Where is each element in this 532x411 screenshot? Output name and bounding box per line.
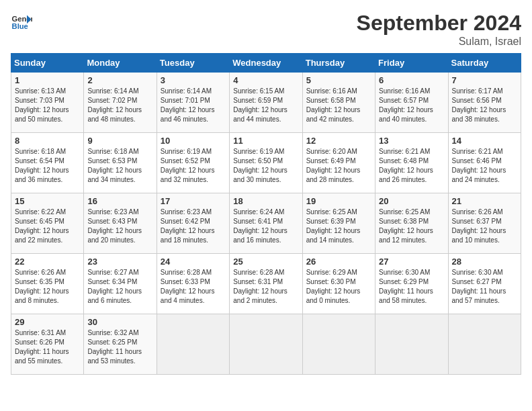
day-info: Sunrise: 6:21 AM Sunset: 6:48 PM Dayligh…	[379, 147, 444, 185]
calendar-cell: 27Sunrise: 6:30 AM Sunset: 6:29 PM Dayli…	[375, 254, 448, 314]
day-header-friday: Friday	[375, 54, 448, 73]
day-info: Sunrise: 6:29 AM Sunset: 6:30 PM Dayligh…	[306, 268, 371, 306]
day-header-saturday: Saturday	[448, 54, 521, 73]
day-header-tuesday: Tuesday	[157, 54, 229, 73]
title-area: September 2024 Sulam, Israel	[357, 11, 521, 48]
calendar-cell: 15Sunrise: 6:22 AM Sunset: 6:45 PM Dayli…	[11, 193, 84, 254]
day-info: Sunrise: 6:16 AM Sunset: 6:57 PM Dayligh…	[379, 87, 444, 124]
day-number: 23	[87, 257, 152, 267]
calendar-cell: 10Sunrise: 6:19 AM Sunset: 6:52 PM Dayli…	[157, 133, 229, 193]
day-info: Sunrise: 6:28 AM Sunset: 6:31 PM Dayligh…	[233, 268, 298, 306]
day-info: Sunrise: 6:31 AM Sunset: 6:26 PM Dayligh…	[15, 328, 80, 366]
calendar-cell: 18Sunrise: 6:24 AM Sunset: 6:41 PM Dayli…	[230, 193, 302, 254]
month-title: September 2024	[357, 11, 521, 36]
day-info: Sunrise: 6:30 AM Sunset: 6:29 PM Dayligh…	[379, 268, 444, 306]
calendar-week-2: 8Sunrise: 6:18 AM Sunset: 6:54 PM Daylig…	[11, 133, 521, 193]
day-info: Sunrise: 6:14 AM Sunset: 7:02 PM Dayligh…	[87, 87, 152, 124]
day-info: Sunrise: 6:16 AM Sunset: 6:58 PM Dayligh…	[306, 87, 371, 124]
day-info: Sunrise: 6:22 AM Sunset: 6:45 PM Dayligh…	[15, 208, 80, 245]
day-info: Sunrise: 6:25 AM Sunset: 6:38 PM Dayligh…	[379, 208, 444, 245]
day-info: Sunrise: 6:25 AM Sunset: 6:39 PM Dayligh…	[306, 208, 371, 245]
day-info: Sunrise: 6:19 AM Sunset: 6:52 PM Dayligh…	[161, 147, 226, 185]
calendar-cell	[448, 314, 521, 375]
location-title: Sulam, Israel	[357, 36, 521, 48]
day-info: Sunrise: 6:28 AM Sunset: 6:33 PM Dayligh…	[161, 268, 226, 306]
day-info: Sunrise: 6:27 AM Sunset: 6:34 PM Dayligh…	[87, 268, 152, 306]
calendar-cell: 1Sunrise: 6:13 AM Sunset: 7:03 PM Daylig…	[11, 73, 84, 133]
day-info: Sunrise: 6:14 AM Sunset: 7:01 PM Dayligh…	[161, 87, 226, 124]
day-number: 15	[15, 196, 80, 206]
day-info: Sunrise: 6:30 AM Sunset: 6:27 PM Dayligh…	[452, 268, 517, 306]
day-number: 10	[161, 136, 226, 146]
calendar-cell: 6Sunrise: 6:16 AM Sunset: 6:57 PM Daylig…	[375, 73, 448, 133]
calendar-cell: 7Sunrise: 6:17 AM Sunset: 6:56 PM Daylig…	[448, 73, 521, 133]
calendar-cell: 23Sunrise: 6:27 AM Sunset: 6:34 PM Dayli…	[84, 254, 157, 314]
day-number: 16	[87, 196, 152, 206]
day-number: 5	[306, 75, 371, 85]
day-info: Sunrise: 6:17 AM Sunset: 6:56 PM Dayligh…	[452, 87, 517, 124]
day-number: 30	[87, 317, 152, 327]
day-number: 8	[15, 136, 80, 146]
day-info: Sunrise: 6:13 AM Sunset: 7:03 PM Dayligh…	[15, 87, 80, 124]
calendar-table: SundayMondayTuesdayWednesdayThursdayFrid…	[11, 53, 521, 375]
day-number: 27	[379, 257, 444, 267]
header: General Blue September 2024 Sulam, Israe…	[11, 11, 521, 48]
calendar-week-4: 22Sunrise: 6:26 AM Sunset: 6:35 PM Dayli…	[11, 254, 521, 314]
calendar-cell: 28Sunrise: 6:30 AM Sunset: 6:27 PM Dayli…	[448, 254, 521, 314]
day-number: 3	[161, 75, 226, 85]
calendar-cell: 26Sunrise: 6:29 AM Sunset: 6:30 PM Dayli…	[302, 254, 375, 314]
calendar-cell: 25Sunrise: 6:28 AM Sunset: 6:31 PM Dayli…	[230, 254, 302, 314]
calendar-cell: 9Sunrise: 6:18 AM Sunset: 6:53 PM Daylig…	[84, 133, 157, 193]
calendar-cell: 5Sunrise: 6:16 AM Sunset: 6:58 PM Daylig…	[302, 73, 375, 133]
day-number: 20	[379, 196, 444, 206]
day-number: 26	[306, 257, 371, 267]
day-header-thursday: Thursday	[302, 54, 375, 73]
calendar-cell: 19Sunrise: 6:25 AM Sunset: 6:39 PM Dayli…	[302, 193, 375, 254]
calendar-cell: 11Sunrise: 6:19 AM Sunset: 6:50 PM Dayli…	[230, 133, 302, 193]
logo: General Blue	[11, 11, 32, 32]
day-number: 9	[87, 136, 152, 146]
day-header-wednesday: Wednesday	[230, 54, 302, 73]
day-number: 7	[452, 75, 517, 85]
day-number: 4	[233, 75, 298, 85]
calendar-cell	[302, 314, 375, 375]
day-info: Sunrise: 6:23 AM Sunset: 6:43 PM Dayligh…	[87, 208, 152, 245]
day-info: Sunrise: 6:19 AM Sunset: 6:50 PM Dayligh…	[233, 147, 298, 185]
calendar-cell: 12Sunrise: 6:20 AM Sunset: 6:49 PM Dayli…	[302, 133, 375, 193]
day-number: 25	[233, 257, 298, 267]
day-header-sunday: Sunday	[11, 54, 84, 73]
day-number: 24	[161, 257, 226, 267]
calendar-cell: 8Sunrise: 6:18 AM Sunset: 6:54 PM Daylig…	[11, 133, 84, 193]
day-number: 21	[452, 196, 517, 206]
day-number: 22	[15, 257, 80, 267]
day-info: Sunrise: 6:21 AM Sunset: 6:46 PM Dayligh…	[452, 147, 517, 185]
day-number: 12	[306, 136, 371, 146]
day-info: Sunrise: 6:26 AM Sunset: 6:37 PM Dayligh…	[452, 208, 517, 245]
calendar-cell	[230, 314, 302, 375]
day-number: 19	[306, 196, 371, 206]
day-number: 13	[379, 136, 444, 146]
calendar-cell: 4Sunrise: 6:15 AM Sunset: 6:59 PM Daylig…	[230, 73, 302, 133]
svg-text:Blue: Blue	[12, 22, 28, 30]
day-number: 17	[161, 196, 226, 206]
calendar-cell	[157, 314, 229, 375]
day-info: Sunrise: 6:18 AM Sunset: 6:53 PM Dayligh…	[87, 147, 152, 185]
day-number: 18	[233, 196, 298, 206]
calendar-cell: 14Sunrise: 6:21 AM Sunset: 6:46 PM Dayli…	[448, 133, 521, 193]
calendar-week-3: 15Sunrise: 6:22 AM Sunset: 6:45 PM Dayli…	[11, 193, 521, 254]
calendar-cell: 2Sunrise: 6:14 AM Sunset: 7:02 PM Daylig…	[84, 73, 157, 133]
calendar-cell	[375, 314, 448, 375]
day-info: Sunrise: 6:20 AM Sunset: 6:49 PM Dayligh…	[306, 147, 371, 185]
day-number: 28	[452, 257, 517, 267]
day-info: Sunrise: 6:15 AM Sunset: 6:59 PM Dayligh…	[233, 87, 298, 124]
calendar-week-1: 1Sunrise: 6:13 AM Sunset: 7:03 PM Daylig…	[11, 73, 521, 133]
calendar-cell: 16Sunrise: 6:23 AM Sunset: 6:43 PM Dayli…	[84, 193, 157, 254]
calendar-cell: 3Sunrise: 6:14 AM Sunset: 7:01 PM Daylig…	[157, 73, 229, 133]
day-info: Sunrise: 6:24 AM Sunset: 6:41 PM Dayligh…	[233, 208, 298, 245]
calendar-cell: 24Sunrise: 6:28 AM Sunset: 6:33 PM Dayli…	[157, 254, 229, 314]
day-header-monday: Monday	[84, 54, 157, 73]
day-number: 2	[87, 75, 152, 85]
calendar-cell: 21Sunrise: 6:26 AM Sunset: 6:37 PM Dayli…	[448, 193, 521, 254]
day-number: 29	[15, 317, 80, 327]
calendar-cell: 13Sunrise: 6:21 AM Sunset: 6:48 PM Dayli…	[375, 133, 448, 193]
